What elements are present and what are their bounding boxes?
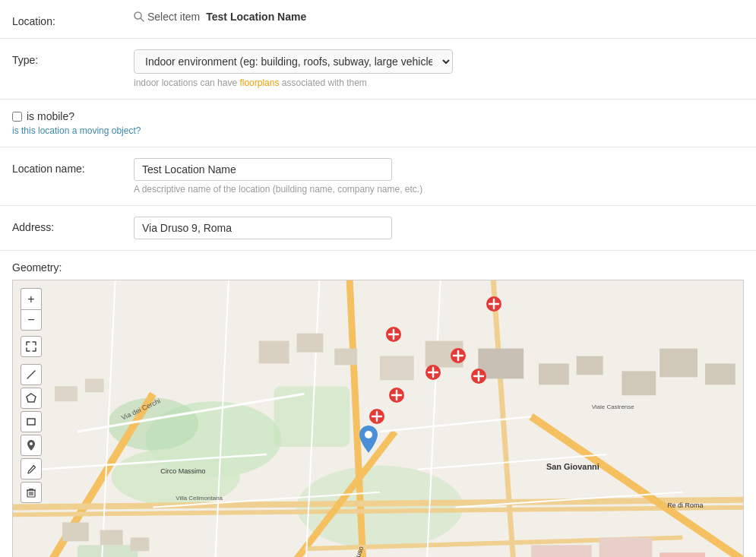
address-label: Address: <box>12 217 134 233</box>
svg-rect-35 <box>539 363 569 385</box>
map-pin <box>359 426 378 455</box>
svg-rect-56 <box>27 419 35 425</box>
svg-rect-37 <box>622 371 656 395</box>
is-mobile-row: is mobile? is this location a moving obj… <box>0 100 756 147</box>
map-marker-2 <box>385 326 402 345</box>
location-content: Select item Test Location Name <box>134 11 744 23</box>
svg-rect-45 <box>660 552 705 557</box>
svg-rect-38 <box>660 349 697 378</box>
svg-rect-36 <box>577 356 603 375</box>
map-marker-4 <box>425 364 441 383</box>
svg-line-1 <box>141 18 144 21</box>
location-label: Location: <box>12 11 134 27</box>
is-mobile-hint: is this location a moving object? <box>12 125 744 136</box>
svg-rect-40 <box>62 522 89 541</box>
address-row: Address: <box>0 206 756 251</box>
zoom-control-group: + − <box>21 288 42 331</box>
svg-rect-39 <box>705 363 735 385</box>
svg-point-57 <box>30 442 33 445</box>
svg-rect-32 <box>380 356 414 381</box>
location-row: Location: Select item Test Location Name <box>0 0 756 39</box>
location-name-display: Test Location Name <box>206 11 306 23</box>
svg-text:Villa Celimontana: Villa Celimontana <box>176 495 223 502</box>
type-row: Type: Indoor environment (eg: building, … <box>0 39 756 100</box>
draw-line-button[interactable] <box>21 364 42 385</box>
zoom-out-button[interactable]: − <box>21 309 42 331</box>
draw-rect-button[interactable] <box>21 411 42 432</box>
svg-rect-29 <box>259 341 289 364</box>
checkbox-row: is mobile? <box>12 110 744 122</box>
svg-rect-44 <box>599 537 653 557</box>
edit-button[interactable] <box>21 458 42 479</box>
location-name-label: Location name: <box>12 158 134 175</box>
form-container: Location: Select item Test Location Name… <box>0 0 756 557</box>
type-select[interactable]: Indoor environment (eg: building, roofs,… <box>134 49 453 74</box>
map-marker-1 <box>486 296 502 315</box>
draw-line-icon <box>26 369 36 380</box>
svg-rect-42 <box>131 537 150 551</box>
search-icon <box>134 11 144 22</box>
delete-button[interactable] <box>21 482 42 503</box>
svg-rect-41 <box>100 530 123 545</box>
svg-rect-28 <box>85 378 104 392</box>
svg-text:Re di Roma: Re di Roma <box>667 502 703 509</box>
svg-rect-30 <box>297 334 324 353</box>
select-item-link[interactable]: Select item <box>134 11 200 23</box>
map-controls: + − <box>21 288 42 503</box>
svg-rect-7 <box>77 545 138 557</box>
is-mobile-checkbox[interactable] <box>12 112 22 122</box>
svg-point-63 <box>365 431 372 438</box>
svg-point-6 <box>297 466 463 549</box>
type-label: Type: <box>12 49 134 66</box>
svg-marker-55 <box>27 394 36 402</box>
svg-text:Viale Castrense: Viale Castrense <box>592 404 635 410</box>
floorplans-link[interactable]: floorplans <box>239 78 279 88</box>
location-name-content: A descriptive name of the location (buil… <box>134 158 744 195</box>
fullscreen-icon <box>26 341 36 352</box>
draw-polygon-icon <box>26 393 36 404</box>
map-marker-5 <box>388 387 405 406</box>
map-wrapper[interactable]: Via dei Cerchi Circo Massimo Villa Celim… <box>12 280 744 557</box>
address-input[interactable] <box>134 217 392 239</box>
type-content: Indoor environment (eg: building, roofs,… <box>134 49 744 88</box>
svg-rect-31 <box>334 349 357 366</box>
svg-rect-27 <box>55 386 77 401</box>
svg-text:San Giovanni: San Giovanni <box>546 462 599 471</box>
zoom-in-button[interactable]: + <box>21 288 42 309</box>
location-pin-icon <box>359 426 378 453</box>
location-name-row: Location name: A descriptive name of the… <box>0 147 756 206</box>
svg-rect-43 <box>531 545 592 557</box>
map-marker-7 <box>369 408 385 427</box>
location-name-input[interactable] <box>134 158 392 181</box>
select-item-text: Select item <box>147 11 200 23</box>
map-marker-3 <box>450 347 467 366</box>
place-marker-button[interactable] <box>21 435 42 456</box>
type-hint: indoor locations can have floorplans ass… <box>134 78 744 88</box>
delete-icon <box>27 488 36 498</box>
map-marker-6 <box>470 368 487 387</box>
geometry-row: Geometry: <box>0 251 756 557</box>
draw-rect-icon <box>26 416 36 427</box>
is-mobile-label[interactable]: is mobile? <box>27 110 74 122</box>
fullscreen-button[interactable] <box>21 336 42 357</box>
edit-icon <box>27 464 36 474</box>
address-content <box>134 217 744 239</box>
location-name-hint: A descriptive name of the location (buil… <box>134 184 744 195</box>
draw-polygon-button[interactable] <box>21 388 42 409</box>
geometry-label: Geometry: <box>12 261 744 274</box>
svg-line-54 <box>27 371 35 378</box>
svg-text:Circo Massimo: Circo Massimo <box>160 467 205 475</box>
place-marker-icon <box>27 440 36 451</box>
